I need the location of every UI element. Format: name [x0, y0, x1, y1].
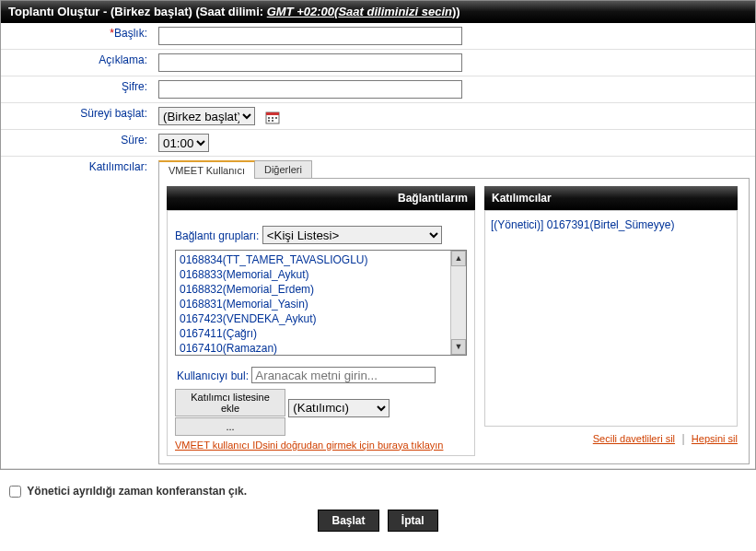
cancel-button[interactable]: İptal: [388, 510, 438, 532]
scroll-up-icon[interactable]: ▲: [451, 251, 466, 266]
direct-id-link[interactable]: VMEET kullanıcı IDsini doğrudan girmek i…: [175, 440, 443, 451]
list-item[interactable]: 0167423(VENDEKA_Aykut): [180, 311, 462, 326]
role-select[interactable]: (Katılımcı): [288, 399, 390, 417]
description-input[interactable]: [158, 53, 462, 72]
titlebar: Toplantı Oluştur - (Birkez başlat) (Saat…: [1, 0, 755, 23]
delete-selected-link[interactable]: Secili davetlileri sil: [593, 433, 675, 444]
label-start: Süreyi başlat:: [80, 107, 147, 120]
start-button[interactable]: Başlat: [318, 510, 378, 532]
start-select[interactable]: (Birkez başlat): [158, 107, 255, 125]
tab-others[interactable]: Diğerleri: [254, 160, 312, 179]
tab-vmeet-users[interactable]: VMEET Kullanıcı: [158, 160, 255, 179]
find-user-input[interactable]: [251, 367, 436, 383]
delete-all-link[interactable]: Hepsini sil: [692, 433, 738, 444]
timezone-label[interactable]: GMT +02:00(Saat diliminizi secin: [267, 5, 452, 18]
title-suffix: )): [452, 5, 460, 18]
separator: |: [678, 432, 688, 445]
list-item[interactable]: 0168834(TT_TAMER_TAVASLIOGLU): [180, 252, 462, 267]
title-prefix: Toplantı Oluştur - (Birkez başlat) (Saat…: [8, 5, 267, 18]
list-item[interactable]: 0167411(Çağrı): [180, 326, 462, 341]
more-button[interactable]: ...: [175, 417, 285, 436]
participants-panel-title: Katılımcılar: [484, 186, 738, 210]
exit-on-host-leave-label[interactable]: Yönetici ayrıldığı zaman konferanstan çı…: [27, 484, 247, 497]
exit-on-host-leave-checkbox[interactable]: [9, 486, 21, 498]
list-item[interactable]: 0168832(Memorial_Erdem): [180, 282, 462, 297]
connections-panel-title: Bağlantılarım: [167, 186, 475, 210]
svg-rect-3: [272, 117, 273, 119]
label-title: Başlık:: [114, 27, 147, 40]
label-password: Şifre:: [122, 80, 147, 93]
contacts-listbox[interactable]: 0168834(TT_TAMER_TAVASLIOGLU) 0168833(Me…: [175, 250, 467, 356]
list-item[interactable]: 0168831(Memorial_Yasin): [180, 297, 462, 311]
group-select[interactable]: <Kişi Listesi>: [262, 226, 442, 244]
calendar-icon[interactable]: [265, 110, 280, 124]
svg-rect-6: [272, 120, 273, 122]
svg-rect-2: [268, 117, 270, 119]
label-participants: Katılımcılar:: [89, 160, 147, 173]
scroll-down-icon[interactable]: ▼: [451, 339, 466, 355]
participant-item[interactable]: [(Yönetici)] 0167391(Birtel_Sümeyye): [491, 217, 731, 233]
svg-rect-1: [266, 112, 279, 115]
password-input[interactable]: [158, 80, 462, 99]
listbox-scrollbar[interactable]: ▲ ▼: [450, 251, 466, 355]
label-find-user: Kullanıcıyı bul:: [175, 369, 249, 382]
svg-rect-4: [275, 117, 277, 119]
label-duration: Süre:: [121, 134, 147, 147]
list-item[interactable]: 0168833(Memorial_Aykut): [180, 267, 462, 282]
list-item[interactable]: 0167410(Ramazan): [180, 341, 462, 356]
add-to-participants-button[interactable]: Katılımcı listesine ekle: [175, 389, 285, 416]
svg-rect-5: [268, 120, 270, 122]
label-description: Açıklama:: [99, 53, 147, 66]
label-groups: Bağlantı grupları:: [175, 229, 259, 242]
title-input[interactable]: [158, 27, 462, 45]
duration-select[interactable]: 01:00: [158, 134, 209, 152]
